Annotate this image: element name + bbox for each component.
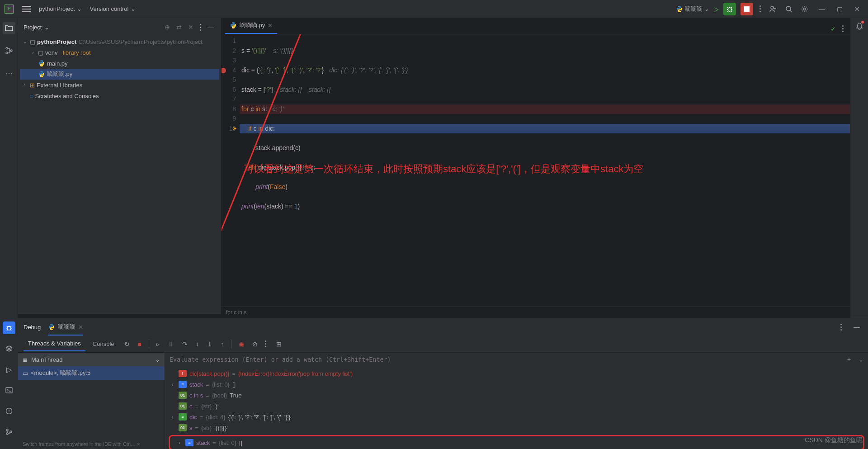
var-row[interactable]: ›≡dic = {dict: 4} {'(': ')', '?': '?', '…	[165, 411, 868, 422]
svg-point-5	[804, 8, 806, 10]
project-panel: Project ⌄ ⊕ ⇄ ✕ — ⌄ ▢ pythonProject C:\U…	[18, 18, 222, 318]
code-area[interactable]: s = '()[]{}' s: '()[]{}' dic = {'{': '}'…	[240, 34, 850, 306]
panel-options[interactable]	[198, 22, 203, 33]
bottom-left-toolbar: ▷	[0, 318, 18, 449]
bool-icon: 01	[179, 392, 187, 399]
breadcrumb[interactable]: for c in s	[222, 306, 850, 318]
search-icon[interactable]	[783, 4, 794, 14]
breakpoint-icon[interactable]	[222, 68, 226, 73]
threads-tab[interactable]: Threads & Variables	[24, 336, 85, 351]
var-row[interactable]: 01c = {str} ')'	[165, 401, 868, 411]
problems-tool-button[interactable]	[3, 405, 15, 417]
mute-breakpoints-icon[interactable]: ⊘	[250, 339, 260, 350]
minimize-button[interactable]: —	[815, 4, 829, 14]
more-actions[interactable]	[758, 4, 763, 14]
debug-button[interactable]	[723, 3, 736, 15]
svg-point-1	[680, 11, 680, 11]
notifications-icon[interactable]	[856, 22, 863, 30]
more-debug-actions[interactable]	[263, 339, 268, 349]
vcs-tool-button[interactable]	[3, 425, 15, 438]
add-user-icon[interactable]	[767, 3, 779, 15]
run-button[interactable]: ▷	[714, 5, 719, 13]
tree-ext-libs[interactable]: › ⊞ External Libraries	[20, 80, 219, 90]
stop-button[interactable]	[741, 3, 753, 15]
tree-file[interactable]: main.py	[20, 58, 219, 69]
tree-file-active[interactable]: 嘀嘀嘀.py	[20, 69, 219, 80]
pause-icon[interactable]: ⏸	[165, 339, 177, 350]
editor-options[interactable]	[840, 24, 845, 34]
resume-icon[interactable]: ▹	[154, 339, 162, 350]
services-tool-button[interactable]	[3, 342, 15, 355]
stack-frame[interactable]: ▭ <module>, 嘀嘀嘀.py:5	[18, 366, 165, 380]
rerun-icon[interactable]: ↻	[122, 339, 132, 350]
more-tools-button[interactable]: ⋯	[3, 67, 15, 80]
evaluate-field[interactable]	[170, 356, 840, 363]
python-icon	[676, 5, 683, 13]
chevron-down-icon[interactable]: ⌄	[859, 356, 863, 363]
debug-title: Debug	[24, 324, 41, 331]
debug-tool-button[interactable]	[3, 321, 15, 334]
settings-icon[interactable]	[799, 3, 811, 15]
project-scrollbar[interactable]	[18, 314, 221, 318]
debug-panel: Debug 嘀嘀嘀 ✕ — Threads & Variables Consol…	[18, 318, 868, 449]
run-config-selector[interactable]: 嘀嘀嘀 ⌄	[676, 5, 709, 13]
main-menu-button[interactable]	[22, 6, 31, 12]
hide-icon[interactable]: —	[851, 321, 863, 332]
add-watch-icon[interactable]: ＋	[843, 354, 855, 365]
step-into-my-icon[interactable]: ⤓	[204, 339, 215, 350]
var-row[interactable]: 01s = {str} '()[]{}'	[165, 422, 868, 433]
close-icon[interactable]: ✕	[186, 22, 195, 33]
editor-tab[interactable]: 嘀嘀嘀.py ✕	[225, 18, 277, 34]
var-row[interactable]: 01c in s = {bool} True	[165, 390, 868, 401]
vcs-menu[interactable]: Version control ⌄	[90, 5, 136, 12]
locate-icon[interactable]: ⊕	[163, 22, 172, 33]
step-over-icon[interactable]: ↷	[179, 339, 190, 350]
expand-all-icon[interactable]: ⇄	[175, 22, 184, 33]
view-breakpoints-icon[interactable]: ◉	[236, 339, 247, 350]
close-button[interactable]: ✕	[851, 4, 863, 14]
step-into-icon[interactable]: ↓	[193, 339, 202, 350]
chevron-down-icon: ⌄	[131, 5, 136, 12]
list-icon: ≡	[179, 381, 187, 388]
tree-venv[interactable]: › ▢ venv library root	[20, 47, 219, 58]
chevron-down-icon[interactable]: ⌄	[44, 24, 49, 31]
layout-icon[interactable]: ⊞	[274, 339, 284, 350]
var-row[interactable]: ›≡stack = {list: 0} []	[172, 437, 861, 448]
code-editor[interactable]: 1 2 3 4 5 6 7 8 9 10 s = '()[]{}' s: '()…	[222, 34, 850, 306]
frames-panel: ≣ MainThread ⌄ ▭ <module>, 嘀嘀嘀.py:5 Swit…	[18, 353, 165, 449]
svg-point-3	[771, 6, 774, 9]
debug-session-tab[interactable]: 嘀嘀嘀 ✕	[48, 323, 83, 336]
svg-point-2	[728, 8, 731, 11]
gutter: 1 2 3 4 5 6 7 8 9 10	[222, 34, 240, 306]
project-tree[interactable]: ⌄ ▢ pythonProject C:\Users\ASUS\PycharmP…	[18, 36, 221, 314]
list-icon: ≡	[185, 439, 193, 446]
console-tab[interactable]: Console	[88, 337, 119, 351]
close-icon[interactable]: ✕	[78, 324, 83, 331]
tree-root[interactable]: ⌄ ▢ pythonProject C:\Users\ASUS\PycharmP…	[20, 36, 219, 47]
var-row[interactable]: ›≡stack = {list: 0} []	[165, 379, 868, 390]
hide-icon[interactable]: —	[206, 22, 216, 33]
close-tab-icon[interactable]: ✕	[268, 22, 273, 29]
evaluate-input[interactable]: ＋ ⌄	[165, 353, 868, 366]
editor: 嘀嘀嘀.py ✕ ✓ 1 2 3 4 5 6 7 8 9	[222, 18, 850, 318]
right-toolbar	[850, 18, 868, 318]
run-tool-button[interactable]: ▷	[3, 363, 15, 376]
inspection-ok-icon[interactable]: ✓	[830, 25, 836, 33]
variables-list[interactable]: !dic[stack.pop()] = {IndexError}IndexErr…	[165, 366, 868, 449]
project-selector[interactable]: pythonProject ⌄	[39, 5, 82, 12]
step-out-icon[interactable]: ↑	[218, 339, 226, 350]
folder-icon: ▢	[30, 38, 35, 45]
chevron-down-icon: ⌄	[155, 356, 160, 363]
error-icon: !	[179, 370, 187, 377]
structure-tool-button[interactable]	[3, 44, 15, 57]
tree-scratches[interactable]: ≡ Scratches and Consoles	[20, 90, 219, 101]
project-tool-button[interactable]	[3, 22, 15, 34]
highlighted-box: ›≡stack = {list: 0} []	[169, 435, 864, 449]
exec-pointer-icon: ➤	[232, 124, 237, 134]
stop-icon[interactable]: ■	[135, 339, 144, 350]
thread-selector[interactable]: ≣ MainThread ⌄	[18, 353, 165, 366]
terminal-tool-button[interactable]	[3, 384, 15, 397]
maximize-button[interactable]: ▢	[833, 4, 846, 14]
debug-options[interactable]	[839, 322, 844, 332]
var-row[interactable]: !dic[stack.pop()] = {IndexError}IndexErr…	[165, 368, 868, 379]
